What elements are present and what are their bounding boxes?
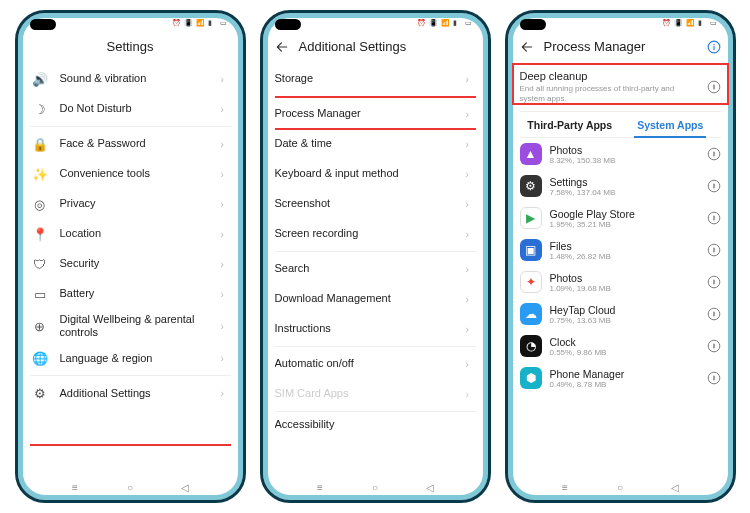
nav-recent-icon[interactable]: ≡: [68, 482, 82, 492]
nav-home-icon[interactable]: ○: [368, 482, 382, 492]
header: Process Manager: [520, 33, 721, 64]
chevron-right-icon: ›: [466, 389, 476, 400]
alarm-icon: ⏰: [662, 19, 671, 27]
row-privacy[interactable]: ◎ Privacy ›: [30, 189, 231, 219]
app-name: Photos: [550, 272, 699, 284]
chevron-right-icon: ›: [221, 353, 231, 364]
wellbeing-icon: ⊕: [30, 316, 50, 336]
highlight-additional-settings: [30, 444, 231, 478]
row-sound-vibration[interactable]: 🔊 Sound & vibration ›: [30, 64, 231, 94]
app-icon: ⬢: [520, 367, 542, 389]
svg-rect-22: [713, 312, 714, 317]
row-screen-recording[interactable]: Screen recording›: [275, 219, 476, 249]
deep-cleanup-subtitle: End all running processes of third-party…: [520, 84, 699, 103]
app-icon: ▲: [520, 143, 542, 165]
svg-rect-25: [713, 344, 714, 349]
app-meta: 8.32%, 150.38 MB: [550, 156, 699, 165]
battery-icon: ▭: [710, 19, 719, 27]
app-row[interactable]: ☁HeyTap Cloud0.75%, 13.63 MB: [520, 298, 721, 330]
stop-icon[interactable]: [707, 243, 721, 257]
row-process-manager[interactable]: Process Manager›: [275, 99, 476, 129]
row-digital-wellbeing[interactable]: ⊕ Digital Wellbeing & parental controls …: [30, 309, 231, 343]
nav-back-icon[interactable]: ◁: [423, 482, 437, 492]
row-language-region[interactable]: 🌐 Language & region ›: [30, 343, 231, 373]
row-date-time[interactable]: Date & time›: [275, 129, 476, 159]
app-row[interactable]: ✦Photos1.09%, 19.68 MB: [520, 266, 721, 298]
row-battery[interactable]: ▭ Battery ›: [30, 279, 231, 309]
stop-icon[interactable]: [707, 147, 721, 161]
row-security[interactable]: 🛡 Security ›: [30, 249, 231, 279]
vibrate-icon: 📳: [184, 19, 193, 27]
row-location[interactable]: 📍 Location ›: [30, 219, 231, 249]
row-keyboard-input[interactable]: Keyboard & input method›: [275, 159, 476, 189]
stop-icon[interactable]: [707, 179, 721, 193]
chevron-right-icon: ›: [466, 169, 476, 180]
app-row[interactable]: ◔Clock0.55%, 9.86 MB: [520, 330, 721, 362]
row-accessibility[interactable]: Accessibility: [275, 414, 476, 435]
chevron-right-icon: ›: [466, 139, 476, 150]
svg-point-24: [708, 340, 720, 352]
row-convenience-tools[interactable]: ✨ Convenience tools ›: [30, 159, 231, 189]
battery-icon: ▭: [465, 19, 474, 27]
app-row[interactable]: ▶Google Play Store1.95%, 35.21 MB: [520, 202, 721, 234]
nav-recent-icon[interactable]: ≡: [313, 482, 327, 492]
row-face-password[interactable]: 🔒 Face & Password ›: [30, 129, 231, 159]
stop-icon[interactable]: [707, 307, 721, 321]
status-bar: ⏰ 📳 📶 ▮ ▭: [18, 13, 243, 33]
back-icon[interactable]: [275, 40, 289, 54]
nav-recent-icon[interactable]: ≡: [558, 482, 572, 492]
stop-icon[interactable]: [707, 371, 721, 385]
row-additional-settings[interactable]: ⚙ Additional Settings ›: [30, 378, 231, 408]
nav-back-icon[interactable]: ◁: [668, 482, 682, 492]
vibrate-icon: 📳: [674, 19, 683, 27]
alarm-icon: ⏰: [172, 19, 181, 27]
app-meta: 0.55%, 9.86 MB: [550, 348, 699, 357]
back-icon[interactable]: [520, 40, 534, 54]
svg-rect-26: [714, 344, 715, 349]
row-automatic-on-off[interactable]: Automatic on/off›: [275, 349, 476, 379]
row-do-not-disturb[interactable]: ☽ Do Not Disturb ›: [30, 94, 231, 124]
chevron-right-icon: ›: [466, 109, 476, 120]
app-row[interactable]: ▲Photos8.32%, 150.38 MB: [520, 138, 721, 170]
stop-icon[interactable]: [707, 80, 721, 94]
nav-home-icon[interactable]: ○: [123, 482, 137, 492]
deep-cleanup-row[interactable]: Deep cleanup End all running processes o…: [520, 64, 721, 112]
svg-rect-28: [713, 376, 714, 381]
app-row[interactable]: ▣Files1.48%, 26.82 MB: [520, 234, 721, 266]
app-name: Google Play Store: [550, 208, 699, 220]
tab-third-party[interactable]: Third-Party Apps: [520, 112, 621, 137]
nav-home-icon[interactable]: ○: [613, 482, 627, 492]
row-storage[interactable]: Storage›: [275, 64, 476, 94]
stop-icon[interactable]: [707, 339, 721, 353]
row-download-mgmt[interactable]: Download Management›: [275, 284, 476, 314]
svg-rect-5: [714, 84, 715, 89]
row-sim-card-apps: SIM Card Apps›: [275, 379, 476, 409]
app-row[interactable]: ⚙Settings7.58%, 137.04 MB: [520, 170, 721, 202]
chevron-right-icon: ›: [466, 264, 476, 275]
tab-system-apps[interactable]: System Apps: [620, 112, 721, 137]
system-navbar: ≡ ○ ◁: [263, 478, 488, 500]
divider: [275, 96, 476, 97]
info-icon[interactable]: [707, 40, 721, 54]
row-search[interactable]: Search›: [275, 254, 476, 284]
chevron-right-icon: ›: [221, 104, 231, 115]
nav-back-icon[interactable]: ◁: [178, 482, 192, 492]
svg-rect-4: [713, 84, 714, 89]
signal-icon: ▮: [208, 19, 217, 27]
stop-icon[interactable]: [707, 275, 721, 289]
app-meta: 0.49%, 8.78 MB: [550, 380, 699, 389]
battery-icon: ▭: [220, 19, 229, 27]
row-instructions[interactable]: Instructions›: [275, 314, 476, 344]
wifi-icon: 📶: [686, 19, 695, 27]
chevron-right-icon: ›: [466, 324, 476, 335]
chevron-right-icon: ›: [221, 139, 231, 150]
row-screenshot[interactable]: Screenshot›: [275, 189, 476, 219]
divider: [275, 346, 476, 347]
svg-rect-11: [714, 184, 715, 189]
stop-icon[interactable]: [707, 211, 721, 225]
svg-point-12: [708, 212, 720, 224]
divider: [30, 126, 231, 127]
app-row[interactable]: ⬢Phone Manager0.49%, 8.78 MB: [520, 362, 721, 394]
lock-icon: 🔒: [30, 134, 50, 154]
svg-rect-10: [713, 184, 714, 189]
